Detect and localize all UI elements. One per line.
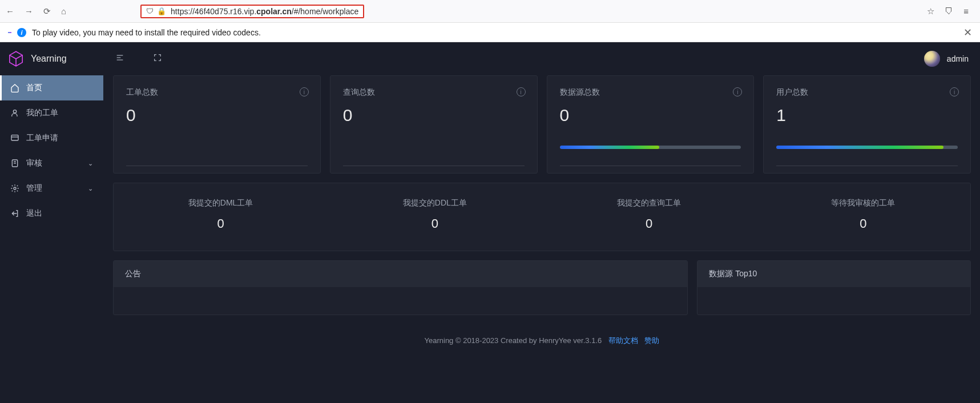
substat-pending: 等待我审核的工单 0 [756,198,970,231]
panel-body [697,287,970,310]
sidebar: Yearning 首页 我的工单 工单申请 审核 ⌄ 管理 [0,42,104,402]
substat-label: 等待我审核的工单 [831,198,895,208]
stat-value: 0 [126,106,308,125]
sidebar-item-manage[interactable]: 管理 ⌄ [0,176,103,201]
collapse-sidebar-icon[interactable] [115,53,124,65]
stat-card-query-total: 查询总数 i 0 [330,75,538,174]
sidebar-item-logout[interactable]: 退出 [0,201,103,226]
sidebar-item-label: 管理 [26,183,42,194]
substat-value: 0 [431,216,438,231]
panels-row: 公告 数据源 Top10 [113,260,971,315]
browser-toolbar: ← → ⟳ ⌂ 🛡 🔒 https://46f40d75.r16.vip.cpo… [0,0,980,23]
back-button[interactable]: ← [6,6,14,16]
logo-cube-icon [7,50,25,68]
footer-link-docs[interactable]: 帮助文档 [608,336,638,345]
avatar [924,51,940,67]
notification-bar: i To play video, you may need to install… [0,23,980,42]
home-icon [10,83,19,92]
stat-title: 用户总数 [776,87,958,98]
panel-body [114,287,687,310]
lock-icon: 🔒 [157,7,166,15]
terminal-icon [10,134,19,143]
sidebar-item-home[interactable]: 首页 [0,75,103,100]
substat-label: 我提交的查询工单 [617,198,681,208]
substat-value: 0 [860,216,866,231]
fullscreen-icon[interactable] [153,53,162,65]
substat-query: 我提交的查询工单 0 [542,198,756,231]
notification-text: To play video, you may need to install t… [32,28,261,37]
home-button[interactable]: ⌂ [61,6,66,16]
info-icon[interactable]: i [950,87,959,96]
stats-row: 工单总数 i 0 查询总数 i 0 数据源总数 i 0 [113,75,971,174]
substat-value: 0 [646,216,652,231]
panel-top10: 数据源 Top10 [697,260,971,315]
stat-title: 数据源总数 [560,87,741,98]
stat-value: 0 [560,106,741,125]
url-bar[interactable]: 🛡 🔒 https://46f40d75.r16.vip.cpolar.cn/#… [140,5,364,18]
username: admin [947,54,969,63]
topbar: admin [104,42,980,75]
user-menu[interactable]: admin [924,51,969,67]
url-text: https://46f40d75.r16.vip.cpolar.cn/#/hom… [171,7,358,16]
stat-title: 查询总数 [343,87,525,98]
footer: Yearning © 2018-2023 Created by HenryYee… [113,324,971,357]
info-icon[interactable]: i [300,87,309,96]
panel-title: 数据源 Top10 [697,261,970,287]
stat-card-orders-total: 工单总数 i 0 [113,75,321,174]
browser-nav-buttons: ← → ⟳ ⌂ [6,6,66,17]
logo-text: Yearning [31,54,67,64]
bookmark-star-icon[interactable]: ☆ [927,6,934,17]
reload-button[interactable]: ⟳ [43,6,51,17]
sidebar-item-label: 我的工单 [26,108,58,118]
sidebar-item-my-orders[interactable]: 我的工单 [0,100,103,126]
forward-button[interactable]: → [25,6,33,16]
user-icon [10,108,19,118]
svg-point-8 [14,187,16,190]
stat-value: 0 [343,106,525,125]
sidebar-item-label: 工单申请 [26,133,58,143]
stat-card-datasource-total: 数据源总数 i 0 [547,75,755,174]
chevron-down-icon: ⌄ [88,160,93,167]
chevron-down-icon: ⌄ [88,185,93,192]
substats-row: 我提交的DML工单 0 我提交的DDL工单 0 我提交的查询工单 0 等待我审核… [113,183,971,251]
clipboard-icon [10,159,19,168]
hamburger-menu-icon[interactable]: ≡ [963,6,969,17]
svg-point-2 [13,110,16,113]
info-icon[interactable]: i [517,87,526,96]
pocket-icon[interactable]: ⛉ [945,6,953,17]
panel-title: 公告 [114,261,687,287]
stat-title: 工单总数 [126,87,308,98]
footer-text: Yearning © 2018-2023 Created by HenryYee… [425,336,602,345]
stat-card-user-total: 用户总数 i 1 [763,75,971,174]
footer-link-sponsor[interactable]: 赞助 [644,336,659,345]
progress-bar [776,146,958,149]
logout-icon [10,209,19,218]
substat-label: 我提交的DDL工单 [403,198,467,208]
sidebar-item-audit[interactable]: 审核 ⌄ [0,151,103,176]
main-area: admin 工单总数 i 0 查询总数 i 0 [104,42,980,402]
svg-rect-3 [11,135,18,140]
substat-ddl: 我提交的DDL工单 0 [328,198,542,231]
substat-label: 我提交的DML工单 [188,198,253,208]
info-icon: i [17,28,26,37]
stat-value: 1 [776,106,958,125]
gear-icon [10,184,19,193]
logo: Yearning [0,42,103,75]
progress-bar [560,146,741,149]
sidebar-item-label: 审核 [26,158,42,168]
substat-dml: 我提交的DML工单 0 [114,198,328,231]
accent-stripe [8,32,11,33]
shield-icon: 🛡 [146,7,154,15]
substat-value: 0 [217,216,224,231]
sidebar-nav: 首页 我的工单 工单申请 审核 ⌄ 管理 ⌄ 退出 [0,75,103,226]
panel-announce: 公告 [113,260,688,315]
close-icon[interactable]: ✕ [963,26,972,39]
sidebar-item-order-apply[interactable]: 工单申请 [0,126,103,151]
sidebar-item-label: 首页 [26,83,42,93]
sidebar-item-label: 退出 [26,208,42,219]
